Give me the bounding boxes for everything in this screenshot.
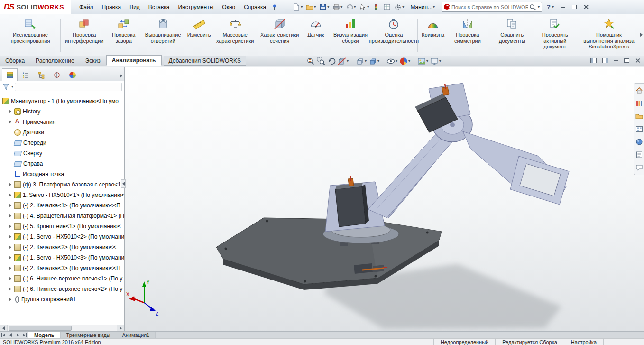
sensor-button[interactable]: Датчик — [302, 16, 330, 55]
panel-flyout-chevron-icon[interactable] — [120, 74, 122, 78]
expand-arrow-icon[interactable] — [8, 287, 12, 291]
menu-help[interactable]: Справка — [239, 0, 270, 14]
close-window-icon[interactable] — [583, 4, 589, 9]
expand-arrow-icon[interactable] — [8, 110, 12, 113]
section-properties-button[interactable]: Характеристики сечения — [258, 16, 302, 55]
zoom-fit-button[interactable] — [306, 56, 315, 66]
zoom-to-area-button[interactable] — [316, 56, 326, 66]
expand-arrow-icon[interactable] — [8, 204, 12, 207]
tree-item-annotations[interactable]: Примечания — [0, 117, 124, 127]
first-tab-button[interactable] — [0, 332, 7, 338]
tree-item-component[interactable]: (-) 6. Нижнее-верхнее плечо<2> (По у — [0, 284, 124, 294]
tree-item-origin[interactable]: Исходная точка — [0, 169, 124, 179]
tree-item-component[interactable]: (-) 4. Вращетельная платформа<1> (П — [0, 211, 124, 221]
symmetry-check-button[interactable]: Проверка симметрии — [447, 16, 488, 55]
servo1-body[interactable] — [335, 186, 366, 227]
previous-tab-button[interactable] — [7, 332, 14, 338]
compare-documents-button[interactable]: Сравнить документы — [491, 16, 533, 55]
view-orientation-button[interactable]: ▾ — [355, 56, 367, 66]
previous-view-button[interactable] — [327, 56, 336, 66]
menu-file[interactable]: Файл — [75, 0, 98, 14]
3d-assembly-scene[interactable]: X Y Z — [125, 67, 644, 332]
next-tab-button[interactable] — [14, 332, 21, 338]
tab-evaluate[interactable]: Анализировать — [106, 55, 162, 66]
menu-insert[interactable]: Вставка — [144, 0, 174, 14]
check-active-document-button[interactable]: Проверить активный документ — [533, 16, 577, 55]
tree-item-component[interactable]: (-) 5. Кронштейн<1> (По умолчанию< — [0, 221, 124, 232]
tree-item-right-plane[interactable]: Справа — [0, 159, 124, 169]
tree-item-front-plane[interactable]: Спереди — [0, 138, 124, 148]
restore-window-icon[interactable] — [572, 5, 577, 9]
help-search-box[interactable]: ▾ — [442, 2, 542, 12]
hole-alignment-button[interactable]: Выравнивание отверстий — [141, 16, 185, 55]
expand-arrow-icon[interactable] — [8, 298, 12, 301]
document-menu[interactable]: Манип...▾ — [410, 4, 435, 10]
undo-button[interactable]: ▾ — [344, 1, 357, 13]
forum-button[interactable] — [635, 163, 644, 172]
print-button[interactable]: ▾ — [331, 1, 344, 13]
select-button[interactable]: ▾ — [358, 1, 370, 13]
tab-sketch[interactable]: Эскиз — [80, 56, 106, 66]
tab-displaymanager[interactable] — [64, 68, 80, 81]
tab-configurationmanager[interactable] — [33, 68, 49, 81]
dock-pane-right-icon[interactable] — [602, 58, 608, 63]
file-properties-button[interactable] — [382, 1, 392, 13]
tree-item-component[interactable]: (-) 1. Servo - HX5010<3> (По умолчани — [0, 252, 124, 263]
panel-collapse-button[interactable] — [121, 179, 126, 188]
expand-arrow-icon[interactable] — [8, 193, 12, 197]
tab-assembly[interactable]: Сборка — [0, 56, 30, 66]
edit-appearance-button[interactable]: ▾ — [399, 56, 411, 66]
menu-tools[interactable]: Инструменты — [174, 0, 218, 14]
help-button[interactable]: ?▾ — [547, 3, 554, 10]
filter-funnel-icon[interactable] — [2, 84, 9, 91]
float-panel-icon[interactable] — [624, 58, 629, 63]
options-button[interactable]: ▾ — [393, 1, 405, 13]
tree-item-component[interactable]: (ф) 3. Платформа базовая с серво<1> — [0, 179, 124, 190]
tab-propertymanager[interactable] — [18, 68, 33, 81]
expand-arrow-icon[interactable] — [8, 214, 12, 218]
graphics-area[interactable]: X Y Z — [125, 67, 644, 332]
mass-properties-button[interactable]: Массовые характеристики — [213, 16, 258, 55]
new-document-button[interactable]: ▾ — [291, 1, 304, 13]
menu-window[interactable]: Окно — [218, 0, 239, 14]
expand-arrow-icon[interactable] — [8, 245, 12, 249]
tree-item-component[interactable]: (-) 2. Качалка<2> (По умолчанию<< — [0, 242, 124, 252]
section-view-button[interactable]: ▾ — [337, 56, 349, 66]
apply-scene-button[interactable]: ▾ — [417, 56, 429, 66]
file-explorer-button[interactable] — [635, 112, 644, 121]
scroll-left-button[interactable] — [0, 325, 8, 332]
scrollbar-track[interactable] — [8, 325, 117, 332]
tree-item-sensors[interactable]: Датчики — [0, 127, 124, 138]
tree-item-component[interactable]: (-) 2. Качалка<3> (По умолчанию<<П — [0, 263, 124, 273]
tab-model[interactable]: Модель — [28, 332, 61, 338]
tree-item-component[interactable]: (-) 2. Качалка<1> (По умолчанию<<П — [0, 200, 124, 211]
tree-item-root[interactable]: Манипулятор - 1 (По умолчанию<По умо — [0, 96, 124, 106]
close-panel-icon[interactable] — [635, 58, 640, 63]
menu-view[interactable]: Вид — [125, 0, 144, 14]
expand-arrow-icon[interactable] — [8, 183, 12, 186]
tree-filter-input[interactable] — [15, 83, 122, 91]
curvature-button[interactable]: Кривизна — [419, 16, 447, 55]
menu-edit[interactable]: Правка — [98, 0, 126, 14]
custom-status-button[interactable]: Настройка — [564, 339, 603, 345]
expand-arrow-icon[interactable] — [8, 266, 12, 270]
scroll-right-button[interactable] — [117, 325, 124, 332]
hide-show-items-button[interactable]: ▾ — [386, 56, 398, 66]
performance-evaluation-button[interactable]: Оценка производительности — [371, 16, 416, 55]
dock-pane-left-icon[interactable] — [590, 58, 597, 63]
scrollbar-thumb[interactable] — [9, 326, 72, 331]
assembly-visualization-button[interactable]: Визуализация сборки — [330, 16, 372, 55]
tree-item-mates-group[interactable]: Группа сопряжений1 — [0, 294, 124, 305]
ribbon-overflow-chevron-icon[interactable] — [640, 32, 643, 37]
interference-check-button[interactable]: Проверка интерференции — [62, 16, 107, 55]
simulationxpress-wizard-button[interactable]: Помощник выполнения анализа SimulationXp… — [580, 16, 637, 55]
tab-featuremanager-tree[interactable] — [2, 68, 18, 81]
search-icon[interactable] — [529, 4, 536, 10]
tab-3d-views[interactable]: Трехмерные виды — [61, 332, 117, 338]
tab-layout[interactable]: Расположение — [30, 56, 80, 66]
open-button[interactable]: ▾ — [304, 1, 317, 13]
tree-item-component[interactable]: (-) 6. Нижнее-верхнее плечо<1> (По у — [0, 273, 124, 284]
measure-button[interactable]: Измерить — [185, 16, 213, 55]
clearance-verification-button[interactable]: Проверка зазора — [107, 16, 141, 55]
collapse-ribbon-icon[interactable] — [614, 60, 618, 61]
